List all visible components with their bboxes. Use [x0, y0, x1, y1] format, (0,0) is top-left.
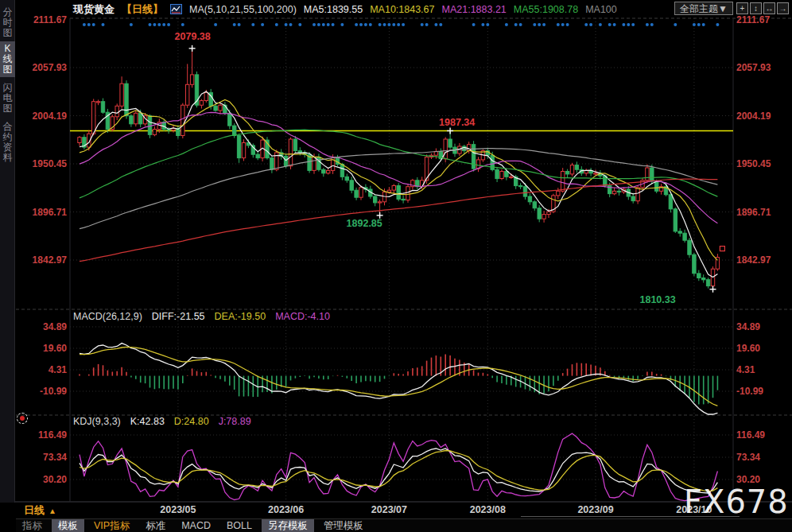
theme-dropdown-button[interactable]: 全部主题▼: [674, 2, 733, 15]
indicator-value: MACD:-4.10: [275, 311, 330, 322]
y-axis-tick: 19.60: [17, 343, 67, 354]
y-axis-tick: 2111.67: [17, 14, 67, 25]
crosshair-tool-icon[interactable]: +: [736, 2, 748, 14]
bottom-tab-模板[interactable]: 模板: [52, 519, 84, 532]
y-axis-tick: 116.49: [736, 429, 786, 441]
toolbar: 全部主题▼ +↕↔→: [674, 2, 789, 15]
ma-legend-item: MA10:1843.67: [370, 4, 434, 15]
period-label: 日线: [24, 504, 45, 516]
bottom-tab-VIP指标[interactable]: VIP指标: [87, 519, 136, 532]
y-axis-tick: 1950.45: [736, 158, 786, 169]
chart-canvas[interactable]: [0, 0, 792, 532]
y-axis-tick: 2004.19: [17, 111, 67, 122]
kdj-j-line: [80, 433, 717, 501]
x-axis-tick: 2023/05: [150, 504, 206, 515]
y-axis-tick: 1950.45: [17, 158, 67, 169]
bottom-tab-指标[interactable]: 指标: [16, 519, 49, 532]
ma-legend-item: MA(5,10,21,55,100,200): [189, 4, 297, 15]
latest-price-marker: [720, 247, 724, 251]
kdj-header: KDJ(9,3,3)K:42.83D:24.80J:78.89: [73, 416, 251, 427]
y-axis-tick: 2057.93: [17, 62, 67, 73]
bottom-tab-MACD[interactable]: MACD: [175, 519, 217, 532]
macd-header: MACD(26,12,9)DIFF:-21.55DEA:-19.50MACD:-…: [73, 311, 330, 322]
symbol-title: 现货黄金: [73, 2, 115, 17]
collapse-pane-icon[interactable]: →: [777, 2, 789, 14]
y-axis-tick: 1842.97: [17, 254, 67, 266]
watermark: FX678: [684, 483, 789, 520]
x-axis-tick: 2023/06: [258, 504, 314, 515]
y-axis-tick: 4.31: [17, 364, 67, 375]
y-axis-tick: 2111.67: [736, 14, 786, 25]
ma-legend-item: MA100: [585, 4, 617, 15]
y-axis-tick: 34.89: [17, 321, 67, 332]
bottom-tab-管理模板[interactable]: 管理模板: [317, 519, 370, 532]
x-axis-tick: 2023/07: [361, 504, 417, 515]
macd-diff-line: [80, 344, 717, 414]
extreme-cross-markers: [189, 45, 716, 293]
indicator-value: MACD(26,12,9): [73, 311, 142, 322]
period-tag: 【日线】: [122, 2, 163, 17]
candlesticks: [78, 49, 720, 289]
indicator-value: DIFF:-21.55: [152, 311, 205, 322]
y-axis-tick: 30.20: [17, 474, 67, 485]
price-annotation: 1987.34: [439, 117, 475, 128]
y-axis-tick: 1842.97: [736, 254, 786, 266]
sidebar-tab-K线图[interactable]: K线图: [0, 41, 15, 77]
ma-legend-item: MA5:1839.55: [304, 4, 363, 15]
sidebar-tab-分时图[interactable]: 分时图: [0, 5, 15, 41]
kdj-d-line: [80, 451, 717, 491]
period-selector[interactable]: 日线▲: [24, 503, 56, 518]
kdj-k-line: [80, 449, 717, 493]
indicator-value: D:24.80: [174, 416, 209, 427]
sidebar-tab-合约资料[interactable]: 合约资料: [0, 119, 15, 165]
x-axis-tick: 2023/09: [568, 504, 623, 515]
x-axis-scale-icon[interactable]: ↔: [763, 2, 775, 14]
price-annotation: 1810.33: [640, 294, 676, 305]
indicator-value: K:42.83: [130, 416, 165, 427]
y-axis-tick: 1896.71: [17, 207, 67, 218]
y-axis-tick: 4.31: [736, 364, 786, 375]
ma-legend-item: MA21:1883.21: [442, 4, 507, 15]
ma-legend-item: MA55:1908.78: [514, 4, 578, 15]
y-axis-tick: 2057.93: [736, 62, 786, 73]
bottom-tab-另存模板[interactable]: 另存模板: [262, 519, 314, 532]
indicator-value: KDJ(9,3,3): [73, 416, 121, 427]
y-axis-tick: 73.34: [17, 452, 67, 463]
y-axis-tick: 73.34: [736, 452, 786, 463]
y-axis-scale-icon[interactable]: ↕: [750, 2, 762, 14]
period-arrow-icon: ▲: [49, 507, 56, 515]
y-axis-tick: 2004.19: [736, 111, 786, 122]
grid-layer: [0, 18, 792, 502]
indicator-settings-icon[interactable]: [17, 413, 28, 424]
ma-legend: MA(5,10,21,55,100,200)MA5:1839.55MA10:18…: [189, 3, 624, 15]
y-axis-tick: -10.99: [17, 386, 67, 397]
y-axis-tick: 19.60: [736, 343, 786, 354]
y-axis-tick: 34.89: [736, 321, 786, 332]
x-axis-tick: 2023/08: [460, 504, 515, 515]
sidebar: 分时图K线图闪电图合约资料: [0, 0, 15, 503]
price-annotation: 2079.38: [175, 31, 211, 42]
macd-dea-line: [80, 347, 717, 406]
bottom-tab-bar: 指标模板VIP指标标准MACDBOLL另存模板管理模板: [16, 518, 792, 532]
price-annotation: 1892.85: [347, 218, 382, 229]
y-axis-tick: 1896.71: [736, 207, 786, 218]
y-axis-tick: -10.99: [736, 386, 786, 397]
indicator-value: DEA:-19.50: [215, 311, 266, 322]
line-chart-icon: [170, 4, 182, 14]
bottom-tab-BOLL[interactable]: BOLL: [220, 519, 258, 532]
chart-header: 现货黄金 【日线】 MA(5,10,21,55,100,200)MA5:1839…: [73, 2, 624, 16]
y-axis-tick: 116.49: [17, 429, 67, 441]
bottom-tab-标准[interactable]: 标准: [139, 519, 172, 532]
indicator-value: J:78.89: [219, 416, 251, 427]
sidebar-tab-闪电图[interactable]: 闪电图: [0, 80, 15, 116]
